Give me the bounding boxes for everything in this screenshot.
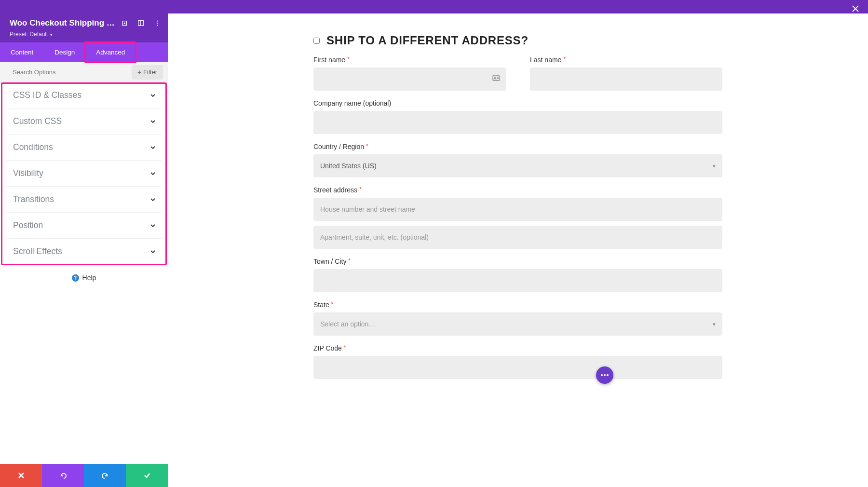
city-field[interactable]: [313, 269, 722, 292]
tab-advanced-label: Advanced: [96, 49, 125, 56]
accordion-label: CSS ID & Classes: [13, 90, 81, 100]
accordion-conditions[interactable]: Conditions: [6, 135, 162, 161]
chevron-down-icon: [150, 197, 156, 203]
street2-field[interactable]: [313, 226, 722, 249]
accordion-scroll-effects[interactable]: Scroll Effects: [6, 239, 162, 264]
required-mark: *: [563, 56, 566, 63]
tab-design[interactable]: Design: [44, 42, 85, 62]
chevron-down-icon: [150, 249, 156, 255]
svg-point-3: [124, 23, 125, 24]
close-icon[interactable]: [852, 4, 859, 15]
state-select[interactable]: Select an option… ▾: [313, 312, 722, 336]
filter-label: Filter: [143, 68, 157, 76]
search-input[interactable]: [0, 62, 132, 82]
company-label: Company name (optional): [313, 99, 722, 107]
svg-point-7: [157, 23, 158, 24]
caret-down-icon: ▾: [713, 163, 716, 169]
accordion-label: Conditions: [13, 142, 53, 152]
accordion-label: Transitions: [13, 194, 54, 204]
locate-icon[interactable]: [121, 19, 128, 27]
accordion-transitions[interactable]: Transitions: [6, 187, 162, 213]
accordion-container: CSS ID & Classes Custom CSS Conditions V…: [0, 82, 168, 264]
tab-content[interactable]: Content: [0, 42, 44, 62]
city-label: Town / City *: [313, 257, 722, 265]
last-name-label: Last name *: [530, 56, 722, 64]
state-label: State *: [313, 301, 722, 309]
svg-point-17: [607, 374, 609, 376]
state-placeholder: Select an option…: [320, 320, 375, 328]
chevron-down-icon: [150, 171, 156, 176]
preset-label: Preset: Default: [10, 31, 48, 38]
panel-layout-icon[interactable]: [137, 19, 145, 27]
module-bar: Woo Checkout Shipping Set...: [0, 14, 168, 30]
svg-rect-4: [138, 21, 144, 26]
fab-more-button[interactable]: [596, 366, 613, 384]
caret-down-icon: ▾: [49, 32, 53, 37]
zip-label: ZIP Code *: [313, 344, 722, 352]
svg-point-12: [494, 77, 495, 78]
country-label: Country / Region *: [313, 143, 722, 150]
help-icon: ?: [72, 274, 79, 282]
caret-down-icon: ▾: [713, 321, 716, 327]
country-value: United States (US): [320, 162, 377, 170]
required-mark: *: [344, 344, 346, 351]
accordion-label: Custom CSS: [13, 116, 62, 126]
chevron-down-icon: [150, 93, 156, 98]
accordion-position[interactable]: Position: [6, 213, 162, 239]
help-link[interactable]: ? Help: [0, 264, 168, 291]
last-name-field[interactable]: [530, 68, 722, 91]
preset-selector[interactable]: Preset: Default ▾: [0, 30, 168, 42]
accordion-label: Position: [13, 220, 43, 230]
kebab-menu-icon[interactable]: [153, 19, 161, 27]
accordion-label: Visibility: [13, 168, 43, 178]
tab-bar: Content Design Advanced: [0, 42, 168, 62]
help-label: Help: [82, 274, 96, 282]
country-select[interactable]: United States (US) ▾: [313, 154, 722, 177]
accordion-custom-css[interactable]: Custom CSS: [6, 108, 162, 135]
first-name-field[interactable]: [313, 68, 506, 91]
preview-area: SHIP TO A DIFFERENT ADDRESS? First name …: [168, 0, 868, 487]
footer-actions: [0, 464, 168, 487]
filter-button[interactable]: + Filter: [132, 65, 163, 80]
discard-button[interactable]: [0, 464, 42, 487]
street1-field[interactable]: [313, 198, 722, 221]
tab-advanced[interactable]: Advanced: [85, 42, 136, 62]
ship-header: SHIP TO A DIFFERENT ADDRESS?: [313, 34, 722, 47]
plus-icon: +: [137, 68, 141, 76]
required-mark: *: [348, 257, 351, 264]
svg-point-8: [157, 25, 158, 26]
module-title: Woo Checkout Shipping Set...: [10, 18, 115, 28]
undo-button[interactable]: [42, 464, 84, 487]
required-mark: *: [331, 301, 334, 308]
settings-sidebar: Edit Checkout Body Layout Woo Checkout S…: [0, 0, 168, 487]
chevron-down-icon: [150, 145, 156, 150]
accordion-visibility[interactable]: Visibility: [6, 161, 162, 187]
svg-point-15: [601, 374, 603, 376]
autofill-icon[interactable]: [492, 74, 500, 84]
required-mark: *: [366, 143, 368, 149]
company-field[interactable]: [313, 111, 722, 134]
chevron-down-icon: [150, 119, 156, 124]
svg-point-6: [157, 20, 158, 21]
accordion-css-id-classes[interactable]: CSS ID & Classes: [6, 82, 162, 108]
chevron-down-icon: [150, 223, 156, 229]
ship-different-checkbox[interactable]: [313, 38, 320, 44]
accordion-list: CSS ID & Classes Custom CSS Conditions V…: [0, 82, 168, 264]
save-button[interactable]: [126, 464, 168, 487]
street-label: Street address *: [313, 186, 722, 194]
required-mark: *: [347, 56, 350, 63]
accordion-label: Scroll Effects: [13, 246, 62, 257]
zip-field[interactable]: [313, 356, 722, 379]
svg-point-16: [604, 374, 606, 376]
redo-button[interactable]: [84, 464, 126, 487]
first-name-label: First name *: [313, 56, 506, 64]
required-mark: *: [359, 186, 362, 193]
ship-heading: SHIP TO A DIFFERENT ADDRESS?: [326, 34, 529, 47]
search-row: + Filter: [0, 62, 168, 82]
